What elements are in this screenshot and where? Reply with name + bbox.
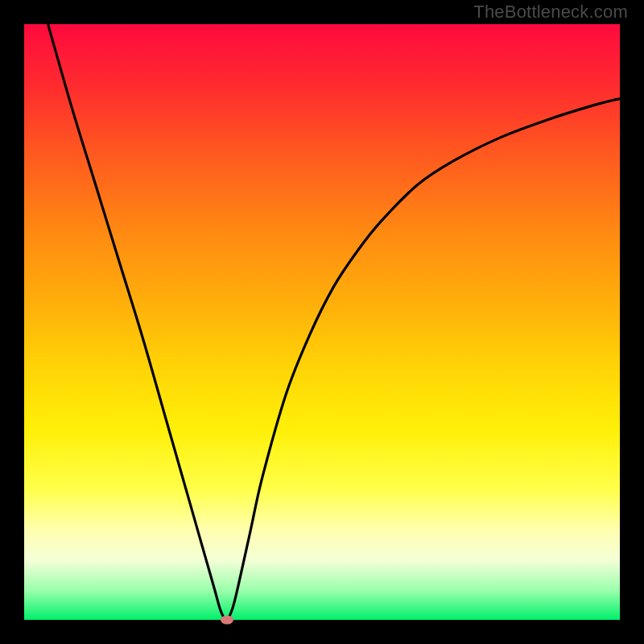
chart-frame: TheBottleneck.com: [0, 0, 644, 644]
bottleneck-curve: [48, 24, 620, 620]
watermark-text: TheBottleneck.com: [473, 2, 628, 23]
curve-svg: [24, 24, 620, 620]
plot-area: [24, 24, 620, 620]
min-point-marker: [221, 616, 233, 625]
